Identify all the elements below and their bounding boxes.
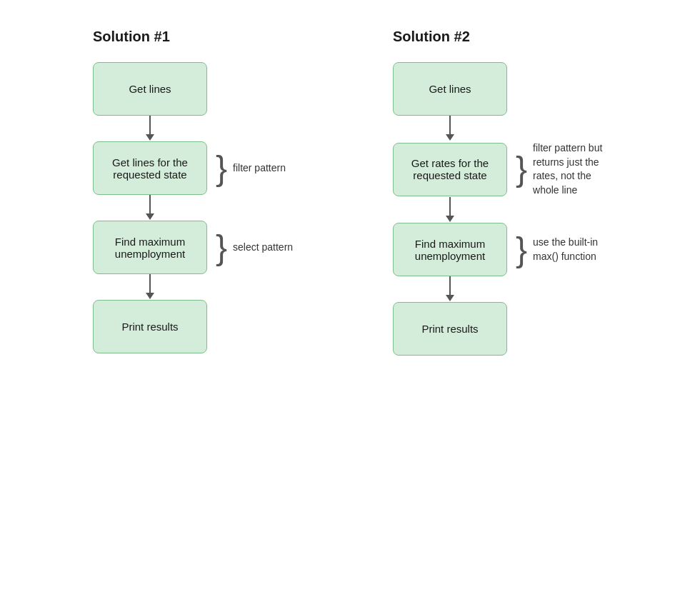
arrow-box1-4 [93,274,207,300]
flow-row-box1-1: Get lines [79,62,207,116]
solution1-flow: Get linesGet lines for the requested sta… [79,62,293,353]
flow-box-box2-4: Print results [393,302,507,356]
flow-box-box1-2: Get lines for the requested state [93,141,207,195]
brace-box2-3: } [516,233,527,267]
solution2-flow: Get linesGet rates for the requested sta… [379,62,611,356]
solution1-column: Solution #1Get linesGet lines for the re… [79,29,321,353]
solution1-title: Solution #1 [93,29,170,45]
brace-box1-3: } [216,231,227,265]
flow-row-box1-2: Get lines for the requested state}filter… [79,141,286,195]
flow-row-box2-1: Get lines [379,62,507,116]
arrow-line-box2-3 [449,197,451,217]
arrow-line-box2-4 [449,276,451,296]
arrow-head-box1-4 [146,293,154,299]
flow-row-box2-3: Find maximum unemployment}use the built-… [379,223,611,276]
brace-box1-2: } [216,151,227,186]
arrow-head-box2-2 [446,134,454,141]
annotation-text-box2-2: filter pattern but returns just the rate… [533,141,611,197]
annotation-box1-3: }select pattern [216,231,293,265]
arrow-line-box1-2 [149,116,151,136]
arrow-head-box1-2 [146,134,154,141]
arrow-box1-3 [93,195,207,221]
flow-box-box1-3: Find maximum unemployment [93,221,207,274]
flow-box-box2-2: Get rates for the requested state [393,143,507,196]
annotation-box2-3: }use the built-in max() function [516,233,611,267]
flow-row-box2-4: Print results [379,302,507,356]
annotation-box1-2: }filter pattern [216,151,286,186]
arrow-box2-2 [393,116,507,141]
annotation-text-box1-2: filter pattern [233,161,286,176]
arrow-box2-4 [393,276,507,302]
flow-box-box1-4: Print results [93,300,207,353]
arrow-box1-2 [93,116,207,141]
flow-row-box1-4: Print results [79,300,207,353]
arrow-line-box2-2 [449,116,451,136]
flow-row-box2-2: Get rates for the requested state}filter… [379,141,611,197]
arrow-head-box2-4 [446,295,454,301]
flow-box-box2-1: Get lines [393,62,507,116]
flow-box-box2-3: Find maximum unemployment [393,223,507,276]
arrow-line-box1-3 [149,195,151,215]
brace-box2-2: } [516,152,527,186]
flow-box-box1-1: Get lines [93,62,207,116]
solution2-title: Solution #2 [393,29,470,45]
annotation-box2-2: }filter pattern but returns just the rat… [516,141,611,197]
arrow-box2-3 [393,197,507,223]
flow-row-box1-3: Find maximum unemployment}select pattern [79,221,293,274]
arrow-head-box1-3 [146,213,154,220]
solution2-column: Solution #2Get linesGet rates for the re… [379,29,621,356]
arrow-head-box2-3 [446,216,454,222]
annotation-text-box2-3: use the built-in max() function [533,236,611,263]
page: Solution #1Get linesGet lines for the re… [0,0,700,614]
annotation-text-box1-3: select pattern [233,241,293,255]
arrow-line-box1-4 [149,274,151,294]
